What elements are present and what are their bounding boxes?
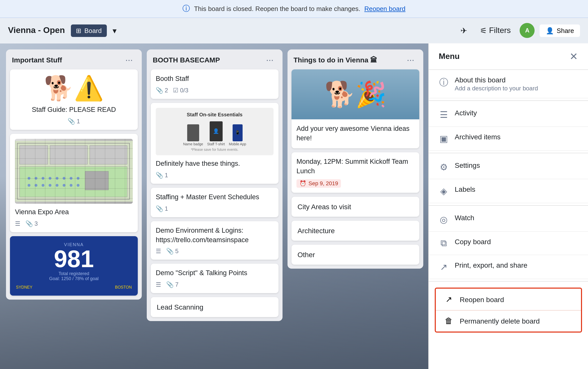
column-menu-btn-3[interactable]: ··· [404,54,417,65]
essentials-meta: 📎 1 [156,172,274,179]
kickoff-meta: ⏰ Sep 9, 2019 [296,179,414,187]
card-architecture[interactable]: Architecture [292,220,419,240]
essentials-card-title: Definitely have these things. [156,159,274,169]
stats-footer: SYDNEY BOSTON [16,285,132,290]
column-menu-btn-1[interactable]: ··· [122,54,136,65]
print-label: Print, export, and share [455,261,578,269]
column-title-2: BOOTH BASECAMP [153,56,220,64]
reopen-board-link[interactable]: Reopen board [364,5,406,12]
card-other[interactable]: Other [292,244,419,264]
lead-scanning-title: Lead Scanning [157,303,203,311]
send-icon-button[interactable]: ✈ [456,24,471,37]
activity-icon: ☰ [439,109,449,120]
menu-item-archived[interactable]: ▣ Archived items [429,127,588,151]
card-stats-981[interactable]: VIENNA 981 Total registered Goal: 1250 /… [10,236,138,296]
demo-script-checklist-icon: ☰ [156,281,161,288]
copy-content: Copy board [455,238,578,246]
demo-env-attachments: 📎 5 [166,248,178,255]
archive-icon: ▣ [439,133,449,144]
badge-item-3: 📱 Mobile App [229,124,246,146]
menu-item-copy-board[interactable]: ⧉ Copy board [429,232,588,255]
info-circle-icon: ⓘ [439,76,449,88]
clock-icon: ⏰ [299,180,306,186]
watch-eye-icon: ◎ [439,214,449,225]
booth-attachments: 📎 2 [156,87,168,94]
print-content: Print, export, and share [455,261,578,269]
card-staff-guide-meta: 📎 1 [68,118,80,125]
notification-text: This board is closed. Reopen the board t… [194,5,360,12]
menu-item-about[interactable]: ⓘ About this board Add a description to … [429,70,588,98]
stats-goal: Goal: 1250 / 78% of goal [16,276,132,281]
share-icon: ↗ [439,262,449,273]
husky-warning-emoji: 🐕⚠️ [44,74,104,102]
menu-item-reopen-board[interactable]: ↗ Reopen board [436,289,581,311]
filters-button[interactable]: ⚟ Filters [476,24,515,37]
menu-header: Menu ✕ [429,43,588,70]
card-staff-essentials[interactable]: Staff On-site Essentials Name badge 👤 St… [151,103,279,184]
menu-close-button[interactable]: ✕ [570,51,578,61]
card-vienna-ideas[interactable]: 🐕🎉 Add your very awesome Vienna ideas he… [292,69,419,148]
board-dropdown-button[interactable]: ▾ [113,26,117,35]
card-booth-staff[interactable]: Booth Staff 📎 2 ☑ 0/3 [151,69,279,99]
card-vienna-expo[interactable]: Vienna Expo Area ☰ 📎 3 [10,134,138,232]
archived-content: Archived items [455,133,578,141]
column-header-1: Important Stuff ··· [6,49,142,69]
staffing-attachments: 📎 1 [156,205,168,212]
header-right: ✈ ⚟ Filters A 👤 Share [456,23,580,38]
menu-divider-1 [429,100,588,101]
expo-floor-plan-image [15,139,133,204]
booth-staff-title: Booth Staff [156,74,274,84]
vienna-ideas-content: Add your very awesome Vienna ideas here! [292,119,419,148]
card-summit-kickoff[interactable]: Monday, 12PM: Summit Kickoff Team Lunch … [292,152,419,193]
card-demo-environment[interactable]: Demo Environment & Logins: https://trell… [151,221,279,260]
settings-label: Settings [455,161,578,169]
menu-item-activity[interactable]: ☰ Activity [429,103,588,127]
card-demo-script[interactable]: Demo "Script" & Talking Points ☰ 📎 7 [151,264,279,293]
archived-label: Archived items [455,133,578,141]
menu-panel: Menu ✕ ⓘ About this board Add a descript… [428,43,588,369]
delete-label: Permanently delete board [460,317,540,325]
date-badge: ⏰ Sep 9, 2019 [296,179,341,187]
attachment-count: 📎 1 [68,118,80,125]
person-icon: 👤 [546,27,554,34]
badge-item-1: Name badge [183,124,203,146]
labels-content: Labels [455,185,578,193]
card-staff-guide[interactable]: 🐕⚠️ Staff Guide: PLEASE READ 📎 1 [10,69,138,130]
column-menu-btn-2[interactable]: ··· [263,54,277,65]
demo-script-title: Demo "Script" & Talking Points [156,269,274,278]
column-things-vienna: Things to do in Vienna 🏛 ··· 🐕🎉 Add your… [288,49,423,268]
expo-card-meta: ☰ 📎 3 [15,220,133,227]
essentials-heading: Staff On-site Essentials [160,112,270,117]
other-title: Other [297,250,315,258]
share-button[interactable]: 👤 Share [540,24,580,37]
about-sublabel: Add a description to your board [455,85,578,92]
menu-divider-3 [429,205,588,206]
column-header-2: BOOTH BASECAMP ··· [147,49,283,69]
demo-env-title: Demo Environment & Logins: https://trell… [156,226,274,245]
card-staffing-schedules[interactable]: Staffing + Master Event Schedules 📎 1 [151,188,279,217]
info-icon: ⓘ [182,4,190,13]
trash-icon: 🗑 [444,317,454,326]
avatar[interactable]: A [520,23,535,38]
staffing-title: Staffing + Master Event Schedules [156,193,274,202]
expo-checklist-icon: ☰ [15,220,20,227]
menu-item-labels[interactable]: ◈ Labels [429,179,588,203]
stats-total-label: Total registered [16,271,132,276]
settings-gear-icon: ⚙ [439,162,449,173]
labels-label: Labels [455,185,578,193]
booth-staff-meta: 📎 2 ☑ 0/3 [156,87,274,94]
card-city-areas[interactable]: City Areas to visit [292,196,419,216]
settings-content: Settings [455,161,578,169]
board-title: Vienna - Open [8,25,65,35]
card-lead-scanning[interactable]: Lead Scanning [151,297,279,317]
board-view-button[interactable]: ⊞ Board [71,24,107,37]
menu-item-print-export[interactable]: ↗ Print, export, and share [429,255,588,279]
menu-danger-section: ↗ Reopen board 🗑 Permanently delete boar… [435,288,582,333]
stats-city2: SYDNEY [16,285,32,290]
menu-item-settings[interactable]: ⚙ Settings [429,155,588,179]
essentials-attachments: 📎 1 [156,172,168,179]
menu-item-watch[interactable]: ◎ Watch [429,208,588,232]
column-booth-basecamp: BOOTH BASECAMP ··· Booth Staff 📎 2 ☑ 0/3… [147,49,283,321]
about-content: About this board Add a description to yo… [455,76,578,92]
menu-item-delete-board[interactable]: 🗑 Permanently delete board [436,311,581,332]
